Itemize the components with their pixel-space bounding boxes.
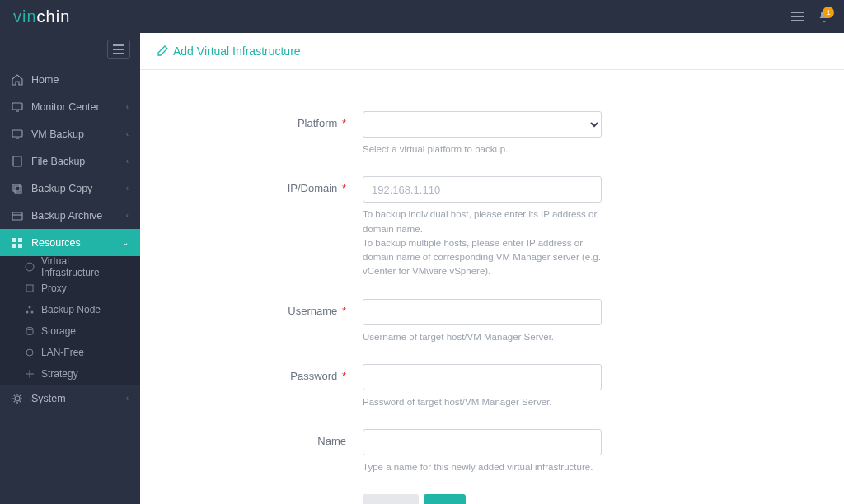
name-help: Type a name for this newly added virtual… xyxy=(363,460,602,474)
list-icon[interactable] xyxy=(791,11,804,22)
file-icon xyxy=(12,156,23,167)
subnav-label: LAN-Free xyxy=(41,347,84,358)
platform-help: Select a virtual platform to backup. xyxy=(363,142,602,156)
svg-rect-7 xyxy=(13,156,21,166)
subnav-label: Backup Node xyxy=(41,304,101,315)
server-icon xyxy=(12,128,23,140)
topbar: vinchin 1 xyxy=(0,0,844,33)
gear-icon xyxy=(12,393,23,404)
monitor-icon xyxy=(12,101,23,113)
sidebar-item-label: Home xyxy=(31,74,59,86)
home-icon xyxy=(12,74,23,86)
username-help: Username of target host/VM Manager Serve… xyxy=(363,330,602,344)
sidebar-item-label: Monitor Center xyxy=(31,101,100,113)
subnav-lanfree[interactable]: LAN-Free xyxy=(0,342,140,363)
svg-rect-9 xyxy=(15,186,21,193)
name-input[interactable] xyxy=(363,429,602,455)
platform-label: Platform * xyxy=(206,111,363,156)
sidebar-item-vmbackup[interactable]: VM Backup ‹ xyxy=(0,120,140,147)
ok-button[interactable]: OK xyxy=(424,494,466,504)
notification-badge: 1 xyxy=(823,7,834,18)
svg-rect-13 xyxy=(18,238,22,242)
sidebar-item-backupcopy[interactable]: Backup Copy ‹ xyxy=(0,175,140,202)
subnav-storage[interactable]: Storage xyxy=(0,320,140,342)
subnav-label: Proxy xyxy=(41,282,67,294)
sidebar-item-system[interactable]: System ‹ xyxy=(0,385,140,412)
svg-point-16 xyxy=(26,263,34,271)
svg-point-21 xyxy=(26,328,33,330)
main-content: Add Virtual Infrastructure Platform * Se… xyxy=(140,33,844,504)
ip-help: To backup individual host, please enter … xyxy=(363,208,602,278)
chevron-left-icon: ‹ xyxy=(126,156,129,166)
sidebar-item-resources[interactable]: Resources ⌄ xyxy=(0,229,140,256)
svg-point-23 xyxy=(15,396,20,401)
proxy-icon xyxy=(25,283,35,293)
node-icon xyxy=(25,305,35,315)
svg-rect-14 xyxy=(12,244,16,248)
subnav-strategy[interactable]: Strategy xyxy=(0,363,140,385)
chevron-left-icon: ‹ xyxy=(126,129,129,138)
sidebar-item-label: VM Backup xyxy=(31,128,84,140)
sidebar-item-label: System xyxy=(31,393,66,404)
password-input[interactable] xyxy=(363,364,602,390)
sidebar-item-filebackup[interactable]: File Backup ‹ xyxy=(0,147,140,175)
subnav-label: Storage xyxy=(41,325,76,337)
username-label: Username * xyxy=(206,299,363,344)
infra-icon xyxy=(25,262,35,272)
logo: vinchin xyxy=(13,7,70,26)
sidebar-item-home[interactable]: Home xyxy=(0,66,140,93)
name-label: Name xyxy=(206,429,363,474)
bell-icon[interactable]: 1 xyxy=(818,10,831,23)
svg-rect-8 xyxy=(13,184,20,191)
chevron-down-icon: ⌄ xyxy=(122,238,129,247)
password-label: Password * xyxy=(206,364,363,409)
ip-input[interactable] xyxy=(363,176,602,203)
archive-icon xyxy=(12,210,23,222)
svg-point-20 xyxy=(29,306,31,309)
svg-rect-0 xyxy=(791,12,804,13)
svg-point-19 xyxy=(31,311,34,314)
resources-icon xyxy=(12,237,23,249)
chevron-left-icon: ‹ xyxy=(126,184,129,193)
chevron-left-icon: ‹ xyxy=(126,394,129,403)
platform-select[interactable] xyxy=(363,111,602,138)
storage-icon xyxy=(25,326,35,336)
sidebar: Home Monitor Center ‹ VM Backup ‹ xyxy=(0,33,140,504)
username-input[interactable] xyxy=(363,299,602,325)
sidebar-item-backuparchive[interactable]: Backup Archive ‹ xyxy=(0,202,140,229)
chevron-left-icon: ‹ xyxy=(126,102,129,111)
sidebar-toggle-button[interactable] xyxy=(107,40,130,59)
sidebar-item-label: Backup Archive xyxy=(31,210,102,222)
password-help: Password of target host/VM Manager Serve… xyxy=(363,395,602,409)
svg-rect-17 xyxy=(26,285,33,292)
copy-icon xyxy=(12,183,23,194)
sidebar-item-label: File Backup xyxy=(31,156,85,167)
subnav-proxy[interactable]: Proxy xyxy=(0,278,140,299)
svg-point-18 xyxy=(26,311,29,314)
svg-rect-3 xyxy=(12,103,22,110)
subnav-label: Virtual Infrastructure xyxy=(41,255,129,278)
ip-label: IP/Domain * xyxy=(206,176,363,278)
svg-rect-12 xyxy=(12,238,16,242)
sidebar-item-label: Backup Copy xyxy=(31,183,92,194)
sidebar-item-monitor[interactable]: Monitor Center ‹ xyxy=(0,93,140,120)
subnav-virtual-infrastructure[interactable]: Virtual Infrastructure xyxy=(0,256,140,278)
subnav-label: Strategy xyxy=(41,368,78,380)
svg-rect-2 xyxy=(791,20,804,21)
svg-rect-1 xyxy=(791,16,804,17)
cancel-button[interactable]: Cancel xyxy=(363,494,419,504)
svg-rect-15 xyxy=(18,244,22,248)
strategy-icon xyxy=(25,369,35,379)
svg-point-22 xyxy=(26,349,33,356)
svg-rect-10 xyxy=(12,212,22,220)
svg-rect-5 xyxy=(12,130,22,137)
subnav-backup-node[interactable]: Backup Node xyxy=(0,299,140,320)
chevron-left-icon: ‹ xyxy=(126,211,129,220)
lan-icon xyxy=(25,348,35,357)
sidebar-item-label: Resources xyxy=(31,237,81,249)
page-title: Add Virtual Infrastructure xyxy=(140,33,844,70)
edit-icon xyxy=(157,45,168,57)
